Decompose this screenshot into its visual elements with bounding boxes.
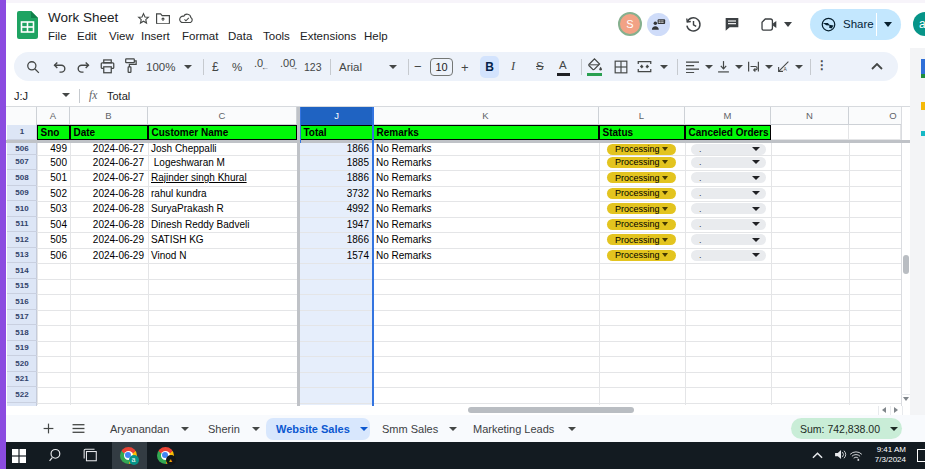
svg-text:A: A — [784, 67, 788, 72]
